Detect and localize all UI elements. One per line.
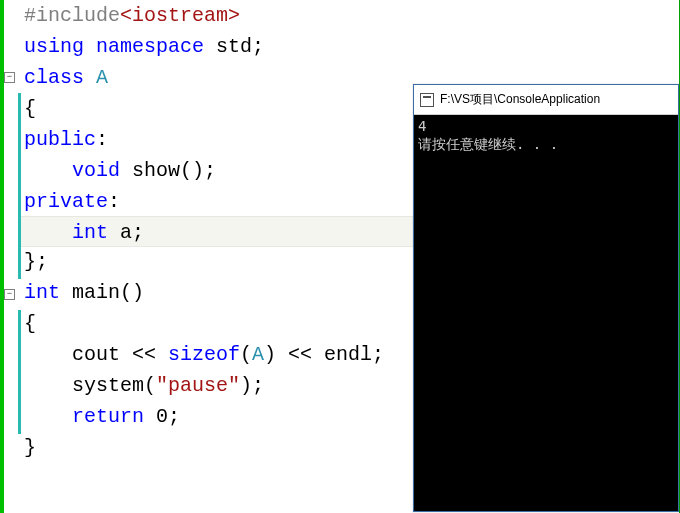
console-line-1: 4 [418,118,426,134]
code-token: { [24,97,36,120]
code-token: ); [240,374,264,397]
code-token: #include [24,4,120,27]
code-token: } [24,436,36,459]
code-line[interactable]: #include<iostream> [18,0,679,31]
code-token: void [72,159,120,182]
code-token: public [24,128,96,151]
code-token: std; [204,35,264,58]
code-line[interactable]: using namespace std; [18,31,679,62]
code-token: 0; [144,405,180,428]
code-token: int [24,281,60,304]
outline-marker [18,124,21,155]
code-token: a; [108,221,144,244]
code-token: : [96,128,108,151]
code-token: private [24,190,108,213]
console-output: 4 请按任意键继续. . . [414,115,678,511]
console-title-text: F:\VS项目\ConsoleApplication [440,91,600,108]
code-token: A [96,66,108,89]
code-token: cout << [72,343,168,366]
code-token: main() [60,281,144,304]
code-token: return [72,405,144,428]
outline-marker [18,372,21,403]
code-token: system( [72,374,156,397]
code-token: class [24,66,84,89]
code-token: }; [24,250,48,273]
outline-marker [18,186,21,217]
outline-marker [18,341,21,372]
code-token: A [252,343,264,366]
code-token: "pause" [156,374,240,397]
code-token: ( [240,343,252,366]
outline-marker [18,310,21,341]
code-token: { [24,312,36,335]
code-token: namespace [96,35,204,58]
console-window[interactable]: F:\VS项目\ConsoleApplication 4 请按任意键继续. . … [413,84,679,512]
code-token: ) << endl; [264,343,384,366]
outline-marker [18,93,21,124]
console-icon [420,93,434,107]
code-token: using [24,35,84,58]
outline-marker [18,248,21,279]
fold-toggle-icon[interactable]: − [4,72,15,83]
code-token: show(); [120,159,216,182]
code-token: int [72,221,108,244]
outline-marker [18,403,21,434]
code-token [84,35,96,58]
code-token: sizeof [168,343,240,366]
code-token: : [108,190,120,213]
console-line-2: 请按任意键继续. . . [418,136,558,152]
console-titlebar[interactable]: F:\VS项目\ConsoleApplication [414,85,678,115]
code-token: <iostream> [120,4,240,27]
code-token [84,66,96,89]
outline-marker [18,217,21,248]
outline-marker [18,155,21,186]
fold-toggle-icon[interactable]: − [4,289,15,300]
